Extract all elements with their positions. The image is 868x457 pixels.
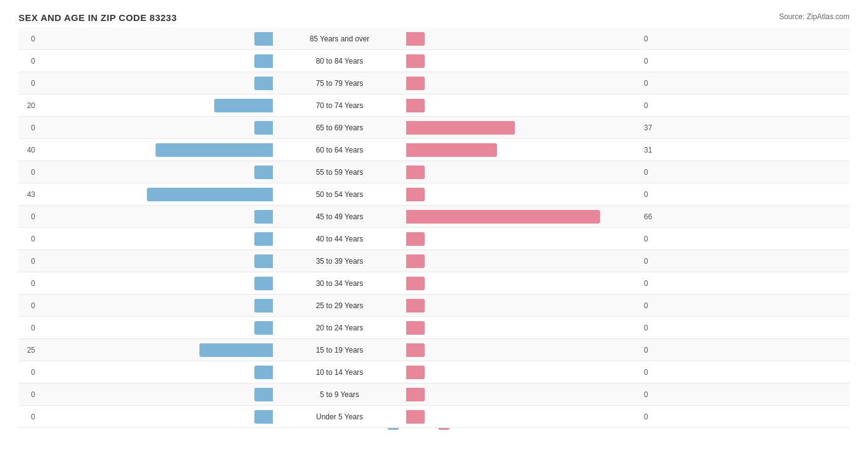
female-section: 0 xyxy=(401,321,661,335)
female-bar xyxy=(406,277,425,290)
table-row: 065 to 69 Years37 xyxy=(19,117,849,139)
male-section: 0 xyxy=(19,121,278,135)
female-bar xyxy=(406,99,425,112)
male-section: 0 xyxy=(19,32,278,46)
male-bar-wrapper xyxy=(38,410,273,424)
table-row: 030 to 34 Years0 xyxy=(19,272,849,295)
female-bar xyxy=(406,388,425,401)
table-row: 4060 to 64 Years31 xyxy=(19,139,849,161)
male-bar-wrapper xyxy=(38,121,273,135)
female-bar xyxy=(406,143,497,157)
male-section: 0 xyxy=(19,166,278,179)
female-bar xyxy=(406,232,425,246)
table-row: 05 to 9 Years0 xyxy=(19,384,849,406)
female-section: 31 xyxy=(401,143,661,157)
table-row: 085 Years and over0 xyxy=(19,28,849,50)
male-section: 0 xyxy=(19,299,278,312)
age-label: 70 to 74 Years xyxy=(278,101,401,110)
table-row: 045 to 49 Years66 xyxy=(19,206,849,228)
age-label: 30 to 34 Years xyxy=(278,279,401,288)
female-bar-wrapper xyxy=(406,99,641,112)
male-bar-wrapper xyxy=(38,343,273,357)
female-section: 0 xyxy=(401,32,661,46)
female-bar-wrapper xyxy=(406,410,641,424)
male-bar-wrapper xyxy=(38,388,273,401)
female-value: 0 xyxy=(644,390,659,399)
female-value: 66 xyxy=(644,212,659,221)
male-value: 0 xyxy=(20,235,35,243)
table-row: 040 to 44 Years0 xyxy=(19,228,849,250)
chart-container: SEX AND AGE IN ZIP CODE 83233 Source: Zi… xyxy=(0,0,868,457)
female-value: 0 xyxy=(644,324,659,332)
female-value: 0 xyxy=(644,301,659,310)
female-bar xyxy=(406,299,425,312)
male-bar xyxy=(254,166,273,179)
female-bar xyxy=(406,32,425,46)
age-label: 60 to 64 Years xyxy=(278,146,401,154)
table-row: 080 to 84 Years0 xyxy=(19,50,849,72)
male-section: 0 xyxy=(19,321,278,335)
male-bar xyxy=(199,343,273,357)
male-value: 0 xyxy=(20,368,35,377)
female-bar xyxy=(406,321,425,335)
female-bar-wrapper xyxy=(406,210,641,224)
age-label: 5 to 9 Years xyxy=(278,390,401,399)
male-bar-wrapper xyxy=(38,99,273,112)
male-bar-wrapper xyxy=(38,254,273,268)
female-section: 0 xyxy=(401,188,661,201)
female-section: 0 xyxy=(401,166,661,179)
female-bar-wrapper xyxy=(406,388,641,401)
male-value: 25 xyxy=(20,346,35,354)
female-bar-wrapper xyxy=(406,77,641,90)
male-value: 0 xyxy=(20,57,35,65)
table-row: 035 to 39 Years0 xyxy=(19,250,849,272)
male-section: 43 xyxy=(19,188,278,201)
table-row: 055 to 59 Years0 xyxy=(19,161,849,183)
female-bar-wrapper xyxy=(406,321,641,335)
age-label: 65 to 69 Years xyxy=(278,124,401,132)
female-bar xyxy=(406,77,425,90)
female-bar xyxy=(406,121,515,135)
female-bar-wrapper xyxy=(406,143,641,157)
female-value: 0 xyxy=(644,413,659,421)
female-bar-wrapper xyxy=(406,121,641,135)
age-label: 40 to 44 Years xyxy=(278,235,401,243)
male-value: 0 xyxy=(20,324,35,332)
age-label: 10 to 14 Years xyxy=(278,368,401,377)
age-label: 55 to 59 Years xyxy=(278,168,401,177)
chart-area: 085 Years and over0080 to 84 Years0075 t… xyxy=(19,28,849,398)
male-value: 0 xyxy=(20,257,35,266)
age-label: 25 to 29 Years xyxy=(278,301,401,310)
male-bar xyxy=(254,77,273,90)
female-bar xyxy=(406,410,425,424)
male-bar-wrapper xyxy=(38,232,273,246)
female-section: 0 xyxy=(401,410,661,424)
table-row: 075 to 79 Years0 xyxy=(19,72,849,94)
female-value: 0 xyxy=(644,190,659,199)
male-section: 0 xyxy=(19,210,278,224)
female-section: 0 xyxy=(401,232,661,246)
female-section: 0 xyxy=(401,366,661,379)
female-value: 0 xyxy=(644,279,659,288)
male-bar xyxy=(214,99,273,112)
female-section: 66 xyxy=(401,210,661,224)
male-bar xyxy=(254,254,273,268)
male-bar-wrapper xyxy=(38,77,273,90)
male-bar-wrapper xyxy=(38,366,273,379)
female-value: 0 xyxy=(644,79,659,88)
age-label: 35 to 39 Years xyxy=(278,257,401,266)
male-section: 0 xyxy=(19,54,278,68)
female-bar-wrapper xyxy=(406,277,641,290)
female-bar-wrapper xyxy=(406,166,641,179)
male-section: 0 xyxy=(19,366,278,379)
male-bar xyxy=(254,210,273,224)
male-section: 0 xyxy=(19,232,278,246)
female-value: 0 xyxy=(644,257,659,266)
age-label: 50 to 54 Years xyxy=(278,190,401,199)
female-bar xyxy=(406,188,425,201)
male-bar-wrapper xyxy=(38,299,273,312)
male-bar-wrapper xyxy=(38,277,273,290)
female-section: 0 xyxy=(401,54,661,68)
male-bar xyxy=(254,232,273,246)
male-value: 0 xyxy=(20,390,35,399)
